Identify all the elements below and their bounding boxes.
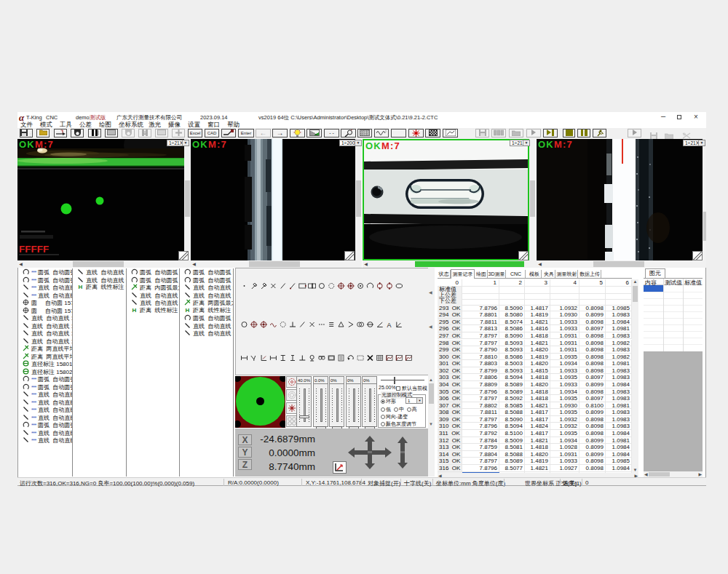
svg-text:A: A (387, 322, 392, 329)
svg-text:FFFFF: FFFFF (19, 244, 49, 255)
